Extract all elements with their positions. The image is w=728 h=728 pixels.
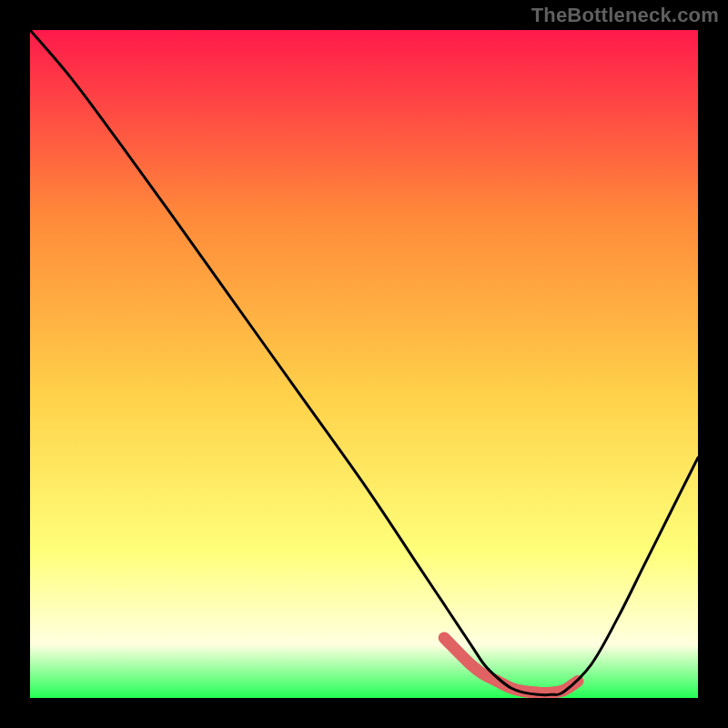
chart-frame: TheBottleneck.com xyxy=(0,0,728,728)
watermark-label: TheBottleneck.com xyxy=(531,4,719,27)
plot-area xyxy=(30,30,698,698)
chart-svg xyxy=(30,30,698,698)
gradient-background xyxy=(30,30,698,698)
